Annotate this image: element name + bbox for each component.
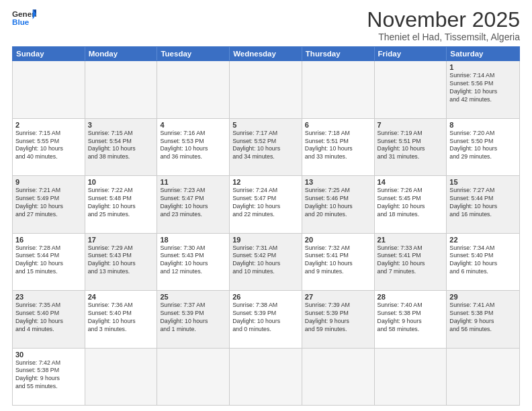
calendar-day-empty [230, 349, 302, 405]
svg-text:Blue: Blue [12, 17, 30, 26]
calendar-day-empty [157, 61, 230, 118]
day-number: 23 [15, 293, 82, 301]
calendar: SundayMondayTuesdayWednesdayThursdayFrid… [0, 46, 532, 411]
calendar-day-29: 29Sunrise: 7:41 AM Sunset: 5:38 PM Dayli… [447, 291, 519, 347]
calendar-day-8: 8Sunrise: 7:20 AM Sunset: 5:50 PM Daylig… [447, 119, 519, 175]
day-info: Sunrise: 7:18 AM Sunset: 5:51 PM Dayligh… [305, 130, 371, 162]
calendar-day-6: 6Sunrise: 7:18 AM Sunset: 5:51 PM Daylig… [302, 119, 375, 175]
day-number: 6 [305, 121, 371, 129]
calendar-day-30: 30Sunrise: 7:42 AM Sunset: 5:38 PM Dayli… [13, 349, 85, 405]
day-info: Sunrise: 7:40 AM Sunset: 5:38 PM Dayligh… [378, 302, 444, 334]
calendar-day-16: 16Sunrise: 7:28 AM Sunset: 5:44 PM Dayli… [13, 234, 85, 290]
day-info: Sunrise: 7:23 AM Sunset: 5:47 PM Dayligh… [160, 187, 226, 219]
day-info: Sunrise: 7:38 AM Sunset: 5:39 PM Dayligh… [232, 302, 299, 334]
day-info: Sunrise: 7:41 AM Sunset: 5:38 PM Dayligh… [449, 302, 517, 334]
day-number: 12 [232, 178, 299, 186]
day-info: Sunrise: 7:37 AM Sunset: 5:39 PM Dayligh… [160, 302, 226, 334]
calendar-day-empty [85, 349, 158, 405]
day-number: 13 [305, 178, 371, 186]
calendar-day-empty [302, 61, 375, 118]
day-number: 11 [160, 178, 226, 186]
calendar-day-empty [302, 349, 375, 405]
calendar-day-21: 21Sunrise: 7:33 AM Sunset: 5:41 PM Dayli… [375, 234, 447, 290]
calendar-day-25: 25Sunrise: 7:37 AM Sunset: 5:39 PM Dayli… [157, 291, 230, 347]
calendar-day-14: 14Sunrise: 7:26 AM Sunset: 5:45 PM Dayli… [375, 176, 447, 232]
day-number: 17 [88, 236, 154, 244]
month-title: November 2025 [367, 8, 520, 32]
calendar-day-28: 28Sunrise: 7:40 AM Sunset: 5:38 PM Dayli… [375, 291, 447, 347]
day-number: 25 [160, 293, 226, 301]
day-number: 21 [378, 236, 444, 244]
location: Theniet el Had, Tissemsilt, Algeria [367, 32, 520, 42]
day-info: Sunrise: 7:26 AM Sunset: 5:45 PM Dayligh… [378, 187, 444, 219]
day-number: 1 [449, 63, 517, 71]
day-info: Sunrise: 7:31 AM Sunset: 5:42 PM Dayligh… [232, 244, 299, 277]
day-info: Sunrise: 7:42 AM Sunset: 5:38 PM Dayligh… [15, 359, 82, 392]
calendar-day-9: 9Sunrise: 7:21 AM Sunset: 5:49 PM Daylig… [13, 176, 85, 232]
calendar-day-13: 13Sunrise: 7:25 AM Sunset: 5:46 PM Dayli… [302, 176, 375, 232]
calendar-day-5: 5Sunrise: 7:17 AM Sunset: 5:52 PM Daylig… [230, 119, 302, 175]
header-day-wednesday: Wednesday [230, 47, 302, 60]
day-info: Sunrise: 7:32 AM Sunset: 5:41 PM Dayligh… [305, 244, 371, 277]
day-number: 5 [232, 121, 299, 129]
calendar-header: SundayMondayTuesdayWednesdayThursdayFrid… [12, 46, 520, 61]
day-info: Sunrise: 7:14 AM Sunset: 5:56 PM Dayligh… [449, 72, 517, 104]
day-number: 4 [160, 121, 226, 129]
calendar-day-empty [230, 61, 302, 118]
day-number: 8 [449, 121, 517, 129]
logo: General Blue [12, 8, 36, 27]
calendar-day-26: 26Sunrise: 7:38 AM Sunset: 5:39 PM Dayli… [230, 291, 302, 347]
day-info: Sunrise: 7:22 AM Sunset: 5:48 PM Dayligh… [88, 187, 154, 219]
day-number: 22 [449, 236, 517, 244]
day-info: Sunrise: 7:30 AM Sunset: 5:43 PM Dayligh… [160, 244, 226, 277]
day-number: 26 [232, 293, 299, 301]
calendar-body: 1Sunrise: 7:14 AM Sunset: 5:56 PM Daylig… [12, 61, 520, 406]
day-number: 30 [15, 351, 82, 359]
day-info: Sunrise: 7:34 AM Sunset: 5:40 PM Dayligh… [449, 244, 517, 277]
day-number: 15 [449, 178, 517, 186]
header-day-saturday: Saturday [447, 47, 519, 60]
day-number: 9 [15, 178, 82, 186]
day-info: Sunrise: 7:33 AM Sunset: 5:41 PM Dayligh… [378, 244, 444, 277]
day-number: 14 [378, 178, 444, 186]
day-info: Sunrise: 7:35 AM Sunset: 5:40 PM Dayligh… [15, 302, 82, 334]
day-number: 2 [15, 121, 82, 129]
day-number: 7 [378, 121, 444, 129]
calendar-day-15: 15Sunrise: 7:27 AM Sunset: 5:44 PM Dayli… [447, 176, 519, 232]
day-info: Sunrise: 7:15 AM Sunset: 5:54 PM Dayligh… [88, 130, 154, 162]
calendar-day-empty [375, 349, 447, 405]
calendar-day-18: 18Sunrise: 7:30 AM Sunset: 5:43 PM Dayli… [157, 234, 230, 290]
day-info: Sunrise: 7:15 AM Sunset: 5:55 PM Dayligh… [15, 130, 82, 162]
calendar-week-5: 30Sunrise: 7:42 AM Sunset: 5:38 PM Dayli… [13, 349, 519, 405]
day-info: Sunrise: 7:19 AM Sunset: 5:51 PM Dayligh… [378, 130, 444, 162]
day-number: 20 [305, 236, 371, 244]
calendar-day-11: 11Sunrise: 7:23 AM Sunset: 5:47 PM Dayli… [157, 176, 230, 232]
day-number: 29 [449, 293, 517, 301]
day-number: 28 [378, 293, 444, 301]
day-number: 27 [305, 293, 371, 301]
calendar-day-4: 4Sunrise: 7:16 AM Sunset: 5:53 PM Daylig… [157, 119, 230, 175]
header-day-tuesday: Tuesday [157, 47, 230, 60]
day-number: 24 [88, 293, 154, 301]
calendar-day-empty [85, 61, 158, 118]
calendar-day-12: 12Sunrise: 7:24 AM Sunset: 5:47 PM Dayli… [230, 176, 302, 232]
calendar-week-0: 1Sunrise: 7:14 AM Sunset: 5:56 PM Daylig… [13, 61, 519, 118]
day-number: 10 [88, 178, 154, 186]
day-info: Sunrise: 7:27 AM Sunset: 5:44 PM Dayligh… [449, 187, 517, 219]
day-info: Sunrise: 7:28 AM Sunset: 5:44 PM Dayligh… [15, 244, 82, 277]
day-info: Sunrise: 7:24 AM Sunset: 5:47 PM Dayligh… [232, 187, 299, 219]
header-day-monday: Monday [85, 47, 158, 60]
calendar-day-22: 22Sunrise: 7:34 AM Sunset: 5:40 PM Dayli… [447, 234, 519, 290]
day-info: Sunrise: 7:20 AM Sunset: 5:50 PM Dayligh… [449, 130, 517, 162]
calendar-day-10: 10Sunrise: 7:22 AM Sunset: 5:48 PM Dayli… [85, 176, 158, 232]
day-number: 16 [15, 236, 82, 244]
calendar-week-1: 2Sunrise: 7:15 AM Sunset: 5:55 PM Daylig… [13, 119, 519, 176]
calendar-week-3: 16Sunrise: 7:28 AM Sunset: 5:44 PM Dayli… [13, 234, 519, 291]
header-day-thursday: Thursday [302, 47, 375, 60]
calendar-day-1: 1Sunrise: 7:14 AM Sunset: 5:56 PM Daylig… [447, 61, 519, 118]
day-info: Sunrise: 7:36 AM Sunset: 5:40 PM Dayligh… [88, 302, 154, 334]
calendar-day-2: 2Sunrise: 7:15 AM Sunset: 5:55 PM Daylig… [13, 119, 85, 175]
calendar-week-2: 9Sunrise: 7:21 AM Sunset: 5:49 PM Daylig… [13, 176, 519, 233]
day-info: Sunrise: 7:16 AM Sunset: 5:53 PM Dayligh… [160, 130, 226, 162]
calendar-day-20: 20Sunrise: 7:32 AM Sunset: 5:41 PM Dayli… [302, 234, 375, 290]
